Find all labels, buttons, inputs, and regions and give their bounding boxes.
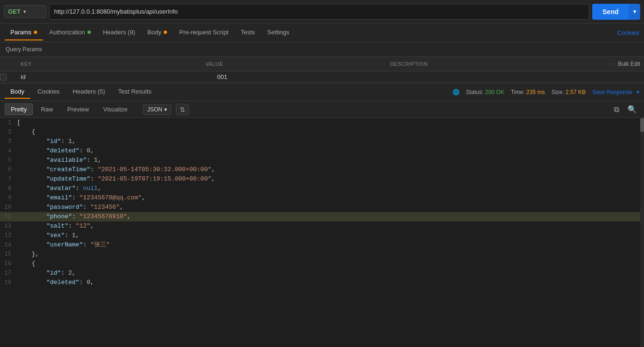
scrollbar-track[interactable] [640,118,644,347]
code-line: 17 "id": 2, [0,268,644,278]
code-line: 2 { [0,127,644,137]
filter-icon-button[interactable]: ⇅ [176,104,189,115]
send-dropdown-button[interactable]: ▾ [629,4,640,20]
code-line: 11 "phone": "12345678910", [0,212,644,221]
line-content: "password": "123456", [17,203,644,212]
code-tab-preview[interactable]: Preview [61,103,95,115]
th-actions: ··· Bulk Edit [606,60,644,68]
save-response-button[interactable]: Save Response ▾ [592,89,639,95]
line-number: 6 [0,165,17,174]
row-value-cell[interactable]: 001 [214,73,410,80]
line-content: "sex": 1, [17,231,644,240]
code-line: 3 "id": 1, [0,137,644,146]
tab-headers[interactable]: Headers (9) [97,25,141,40]
tab-body[interactable]: Body [142,25,173,40]
line-content: { [17,127,644,137]
line-number: 3 [0,137,17,146]
cookies-link[interactable]: Cookies [617,29,639,36]
code-area[interactable]: 1[2 {3 "id": 1,4 "deleted": 0,5 "availab… [0,118,644,347]
tab-pre-request-label: Pre-request Script [179,29,229,36]
line-content: { [17,259,644,268]
response-tab-headers-label: Headers (5) [73,88,105,95]
response-tab-cookies[interactable]: Cookies [32,85,65,99]
line-content: "salt": "12", [17,221,644,231]
line-content: "deleted": 0, [17,146,644,156]
response-tab-headers[interactable]: Headers (5) [67,85,111,99]
tab-authorization[interactable]: Authorization [44,25,96,40]
line-number: 13 [0,231,17,240]
tab-authorization-label: Authorization [49,29,85,36]
response-tab-test-results-label: Test Results [118,88,151,95]
code-line: 4 "deleted": 0, [0,146,644,156]
response-tabs-row: Body Cookies Headers (5) Test Results 🌐 … [0,83,644,101]
line-content: "deleted": 0, [17,278,644,287]
tab-settings[interactable]: Settings [262,25,295,40]
tab-params-label: Params [10,29,32,36]
size-label: Size: 2.57 KB [551,89,586,95]
tab-tests[interactable]: Tests [235,25,261,40]
row-key-cell[interactable]: id [17,73,214,80]
authorization-dot-icon [87,31,91,34]
query-params-section-label: Query Params [0,42,644,57]
time-label: Time: 235 ms [511,89,545,95]
code-line: 16 { [0,259,644,268]
line-content: "phone": "12345678910", [17,212,644,221]
save-response-chevron-icon: ▾ [636,89,639,95]
line-content: "userName": "张三" [17,240,644,250]
code-tabs-row: Pretty Raw Preview Visualize JSON ▾ ⇅ ⧉ … [0,101,644,118]
body-dot-icon [164,31,167,34]
code-line: 5 "available": 1, [0,156,644,165]
method-selector[interactable]: GET ▾ [4,5,46,18]
line-number: 11 [0,212,17,221]
code-tab-raw[interactable]: Raw [35,103,59,115]
send-button[interactable]: Send [592,4,629,20]
line-content: "email": "12345678@qq.com", [17,193,644,203]
th-description: DESCRIPTION [386,61,606,67]
format-selector[interactable]: JSON ▾ [143,104,171,115]
code-line: 15 }, [0,250,644,259]
line-number: 4 [0,146,17,156]
status-label: Status: 200 OK [466,89,504,95]
th-value: VALUE [202,61,387,67]
tab-pre-request[interactable]: Pre-request Script [174,25,234,40]
scrollbar-thumb[interactable] [640,118,644,132]
code-line: 6 "createTime": "2021-05-14T05:30:32.000… [0,165,644,174]
th-key: KEY [17,61,202,67]
globe-icon[interactable]: 🌐 [453,89,460,95]
code-line: 10 "password": "123456", [0,203,644,212]
response-tab-body[interactable]: Body [5,85,30,99]
code-line: 8 "avatar": null, [0,184,644,193]
row-checkbox[interactable] [0,74,7,80]
status-area: 🌐 Status: 200 OK Time: 235 ms Size: 2.57… [453,89,639,95]
line-number: 12 [0,221,17,231]
method-text: GET [8,8,21,15]
code-line: 14 "userName": "张三" [0,240,644,250]
line-number: 7 [0,174,17,184]
more-options-icon[interactable]: ··· [608,60,614,68]
line-number: 17 [0,268,17,278]
line-number: 1 [0,118,17,127]
params-dot-icon [34,31,37,34]
code-tab-visualize[interactable]: Visualize [97,103,134,115]
line-number: 2 [0,127,17,137]
line-number: 16 [0,259,17,268]
copy-button[interactable]: ⧉ [612,104,621,115]
tab-params[interactable]: Params [5,25,43,40]
send-button-group: Send ▾ [592,4,640,20]
search-button[interactable]: 🔍 [625,104,639,115]
top-bar: GET ▾ Send ▾ [0,0,644,24]
code-line: 12 "salt": "12", [0,221,644,231]
line-number: 15 [0,250,17,259]
response-tab-test-results[interactable]: Test Results [112,85,157,99]
line-content: }, [17,250,644,259]
line-content: "avatar": null, [17,184,644,193]
code-line: 7 "updateTime": "2021-05-19T07:19:15.000… [0,174,644,184]
bulk-edit-button[interactable]: Bulk Edit [618,61,640,67]
line-content: "createTime": "2021-05-14T05:30:32.000+0… [17,165,644,174]
line-number: 14 [0,240,17,250]
code-tab-pretty[interactable]: Pretty [5,103,33,115]
format-chevron-icon: ▾ [164,106,167,113]
url-input[interactable] [49,4,589,20]
tab-settings-label: Settings [267,29,289,36]
params-table-header: KEY VALUE DESCRIPTION ··· Bulk Edit [0,57,644,71]
